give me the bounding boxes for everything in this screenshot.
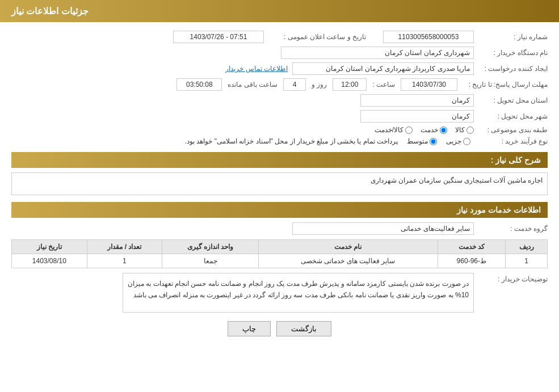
- taarikhelan-value: 1403/07/26 - 07:51: [173, 31, 264, 43]
- tasnif-khadamat-item[interactable]: خدمت: [421, 126, 447, 134]
- page-header: جزئیات اطلاعات نیاز: [0, 0, 559, 22]
- ijadKonande-label: ایجاد کننده درخواست :: [474, 65, 548, 73]
- button-row: بازگشت چاپ: [11, 321, 548, 336]
- ostan-label: استان محل تحویل :: [474, 96, 548, 104]
- col-kod: کد خدمت: [438, 240, 505, 254]
- farayand-mottaset-radio[interactable]: [430, 138, 437, 145]
- table-row: 1ط-96-960سایر فعالیت های خدماتی شخصیجمعا…: [12, 254, 548, 268]
- shahr-label: شهر محل تحویل :: [474, 112, 548, 120]
- ijadKonande-value: ماریا صدری کاربرداز شهرداری کرمان استان …: [292, 62, 474, 75]
- namDastgah-label: نام دستگاه خریدار :: [474, 49, 548, 57]
- tasnif-kala-label: کالا: [455, 126, 465, 134]
- goroh-label: گروه خدمت :: [474, 225, 548, 233]
- col-nam: نام خدمت: [259, 240, 438, 254]
- tasnif-label: طبقه بندی موضوعی :: [474, 126, 548, 134]
- farayand-jozi-item[interactable]: جزیی: [446, 137, 470, 145]
- tarikh-label: مهلت ارسال پاسخ: تا تاریخ :: [460, 81, 548, 88]
- ostan-value: کرمان: [360, 94, 474, 107]
- tasnif-radio-group: کالا خدمت کالا/خدمت: [375, 126, 474, 134]
- tasnif-kalakhadamat-item[interactable]: کالا/خدمت: [375, 126, 413, 134]
- taarikhelan-label: تاریخ و ساعت اعلان عمومی :: [264, 33, 366, 41]
- saat-label: ساعت :: [372, 81, 395, 88]
- farayand-mottaset-label: متوسط: [407, 137, 428, 145]
- tarikh-mande: 03:50:08: [176, 78, 222, 91]
- farayand-jozi-radio[interactable]: [463, 138, 470, 145]
- tasnif-khadamat-label: خدمت: [421, 126, 438, 134]
- chap-button[interactable]: چاپ: [228, 321, 271, 336]
- tarikh-saat: 12:00: [333, 78, 367, 91]
- tasnif-khadamat-radio[interactable]: [440, 127, 447, 134]
- tasnif-kala-radio[interactable]: [466, 127, 474, 134]
- contact-info-link[interactable]: اطلاعات تماس خریدار: [225, 65, 288, 73]
- sharchKoli-section-title: شرح کلی نیاز :: [11, 152, 548, 168]
- noeFarayand-label: نوع فرآیند خرید :: [474, 137, 548, 145]
- farayand-text: پرداخت تمام یا بخشی از مبلغ خریدار از مح…: [11, 137, 398, 145]
- col-tarikh: تاریخ نیاز: [12, 240, 87, 254]
- farayand-mottaset-item[interactable]: متوسط: [407, 137, 437, 145]
- sharchKoli-value: اجاره ماشین آلات استیجاری سنگین سازمان ع…: [11, 172, 548, 195]
- toshihat-line2: %10 به صورت واریز نقدی یا ضمانت نامه بان…: [128, 289, 469, 301]
- col-radif: ردیف: [506, 240, 548, 254]
- tarikh-date: 1403/07/30: [401, 78, 457, 91]
- tasnif-kala-item[interactable]: کالا: [455, 126, 474, 134]
- toshihat-box: در صورت برنده شدن بایستی کارمزد سامانه و…: [123, 273, 474, 313]
- khadamat-section-title: اطلاعات خدمات مورد نیاز: [11, 202, 548, 218]
- mande-label: ساعت باقی مانده: [228, 81, 278, 88]
- bazgasht-button[interactable]: بازگشت: [276, 321, 331, 336]
- shahr-value: کرمان: [360, 110, 474, 123]
- farayand-jozi-label: جزیی: [446, 137, 461, 145]
- toshihat-label: توضیحات خریدار :: [474, 273, 548, 283]
- tarikh-roz: 4: [283, 78, 306, 91]
- namDastgah-value: شهرداری کرمان استان کرمان: [281, 47, 474, 59]
- roz-label: روز و: [312, 81, 327, 88]
- services-table: ردیف کد خدمت نام خدمت واحد اندازه گیری ت…: [11, 239, 548, 268]
- col-tedad: تعداد / مقدار: [87, 240, 162, 254]
- shomareNiaz-label: شماره نیاز :: [474, 33, 548, 41]
- toshihat-line1: در صورت برنده شدن بایستی کارمزد سامانه و…: [128, 278, 469, 289]
- goroh-value: سایر فعالیت‌های خدماتی: [292, 222, 474, 235]
- tasnif-kalakhadamat-radio[interactable]: [405, 127, 413, 134]
- col-vahed: واحد اندازه گیری: [162, 240, 259, 254]
- tasnif-kalakhadamat-label: کالا/خدمت: [375, 126, 404, 134]
- shomareNiaz-value: 1103005658000053: [383, 31, 474, 43]
- header-title: جزئیات اطلاعات نیاز: [11, 6, 89, 16]
